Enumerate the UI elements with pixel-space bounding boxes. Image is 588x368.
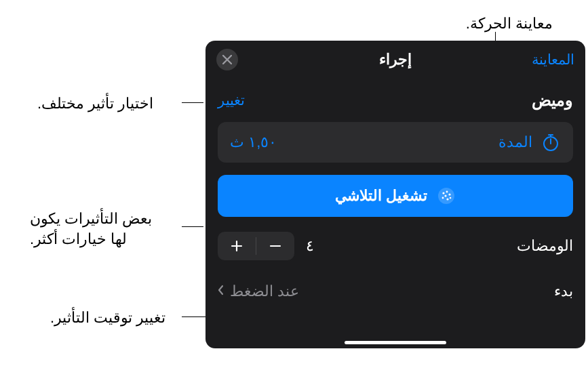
flashes-label: الومضات bbox=[517, 237, 573, 255]
leader-options bbox=[182, 226, 203, 227]
preview-link[interactable]: المعاينة bbox=[532, 52, 574, 68]
play-fade-label: تشغيل التلاشي bbox=[335, 187, 427, 205]
play-fade-button[interactable]: تشغيل التلاشي bbox=[218, 175, 573, 217]
duration-row[interactable]: المدة ١,٥٠ ث bbox=[218, 122, 573, 163]
svg-point-8 bbox=[444, 195, 446, 197]
panel-title: إجراء bbox=[379, 51, 412, 68]
home-indicator bbox=[345, 341, 446, 344]
start-value-group[interactable]: عند الضغط bbox=[218, 283, 299, 300]
flashes-row: الومضات ٤ bbox=[205, 232, 585, 275]
duration-label: المدة bbox=[498, 134, 532, 151]
flashes-value: ٤ bbox=[304, 237, 316, 255]
svg-point-6 bbox=[446, 191, 448, 193]
svg-point-5 bbox=[442, 192, 444, 194]
svg-point-9 bbox=[442, 197, 444, 199]
close-icon bbox=[222, 55, 232, 64]
start-value: عند الضغط bbox=[230, 283, 299, 300]
minus-icon bbox=[269, 239, 282, 253]
effect-name: وميض bbox=[532, 91, 573, 110]
svg-point-10 bbox=[446, 198, 448, 200]
callout-change: اختيار تأثير مختلف. bbox=[37, 94, 153, 114]
svg-point-7 bbox=[448, 193, 450, 195]
callout-preview: معاينة الحركة. bbox=[466, 14, 553, 34]
duration-label-group: المدة bbox=[498, 132, 561, 152]
stepper-minus-button[interactable] bbox=[256, 232, 294, 260]
stepper-separator bbox=[256, 237, 256, 255]
change-effect-link[interactable]: تغيير bbox=[218, 92, 245, 108]
panel-header: المعاينة إجراء bbox=[205, 41, 585, 79]
duration-value: ١,٥٠ ث bbox=[230, 134, 277, 151]
action-panel: المعاينة إجراء وميض تغيير المدة bbox=[205, 41, 585, 348]
chevron-left-icon bbox=[218, 285, 224, 298]
callout-options: بعض التأثيرات يكون لها خيارات أكثر. bbox=[30, 209, 152, 249]
start-label: بدء bbox=[554, 283, 573, 300]
fade-icon bbox=[437, 186, 456, 205]
flashes-stepper bbox=[218, 232, 294, 260]
svg-point-11 bbox=[450, 197, 452, 199]
plus-icon bbox=[230, 239, 243, 253]
effect-header-row: وميض تغيير bbox=[205, 91, 585, 110]
close-button[interactable] bbox=[216, 49, 238, 70]
stepper-plus-button[interactable] bbox=[218, 232, 256, 260]
callout-timing: تغيير توقيت التأثير. bbox=[50, 308, 165, 328]
leader-change bbox=[182, 102, 203, 103]
start-row[interactable]: بدء عند الضغط bbox=[205, 275, 585, 308]
flashes-stepper-group: ٤ bbox=[218, 232, 316, 260]
stopwatch-icon bbox=[541, 132, 561, 152]
